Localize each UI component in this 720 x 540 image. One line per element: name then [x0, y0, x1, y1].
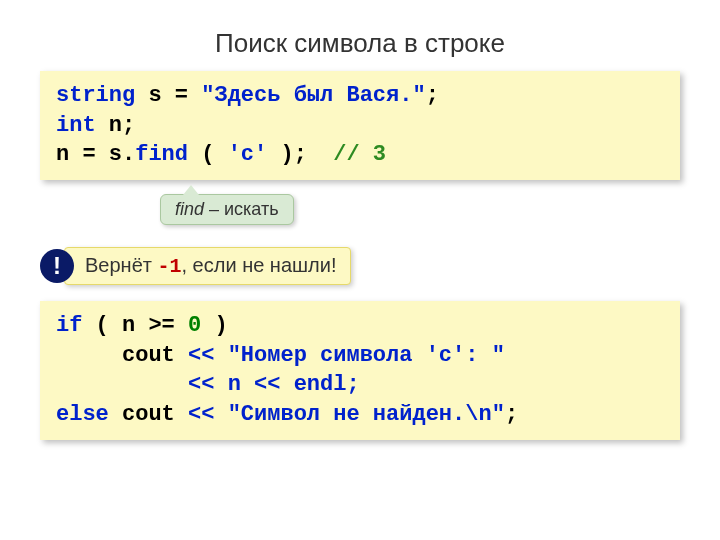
code-token: if	[56, 313, 82, 338]
code-token: );	[267, 142, 333, 167]
code-token	[56, 372, 188, 397]
code-token: int	[56, 113, 96, 138]
code-token: n = s.	[56, 142, 135, 167]
code-token: 0	[188, 313, 201, 338]
code-block-1: string s = "Здесь был Вася."; int n; n =…	[40, 71, 680, 180]
note-value: -1	[157, 255, 181, 278]
code-token: n;	[96, 113, 136, 138]
code-token: find	[135, 142, 188, 167]
code-token: << "Номер символа 'c': "	[188, 343, 505, 368]
note-post: , если не нашли!	[182, 254, 337, 276]
code-token: ;	[426, 83, 439, 108]
code-token: ( n >=	[82, 313, 188, 338]
code-token: cout	[56, 343, 188, 368]
code-token: cout	[109, 402, 188, 427]
code-token: s =	[135, 83, 201, 108]
code-token: string	[56, 83, 135, 108]
code-token: ;	[505, 402, 518, 427]
code-token: "Здесь был Вася."	[201, 83, 425, 108]
tooltip-word: find	[175, 199, 204, 219]
exclamation-icon: !	[40, 249, 74, 283]
code-token: // 3	[333, 142, 386, 167]
tooltip-rest: – искать	[204, 199, 279, 219]
code-token: )	[201, 313, 241, 338]
code-token: << "Символ не найден.\n"	[188, 402, 505, 427]
code-token: else	[56, 402, 109, 427]
code-token: << n << endl;	[188, 372, 360, 397]
note-box: Вернёт -1, если не нашли!	[64, 247, 351, 285]
tooltip-find: find – искать	[160, 194, 294, 225]
code-block-2: if ( n >= 0 ) cout << "Номер символа 'c'…	[40, 301, 680, 440]
code-token: 'с'	[228, 142, 268, 167]
code-token: (	[188, 142, 228, 167]
note-pre: Вернёт	[85, 254, 157, 276]
note-row: ! Вернёт -1, если не нашли!	[40, 247, 680, 285]
page-title: Поиск символа в строке	[0, 0, 720, 71]
